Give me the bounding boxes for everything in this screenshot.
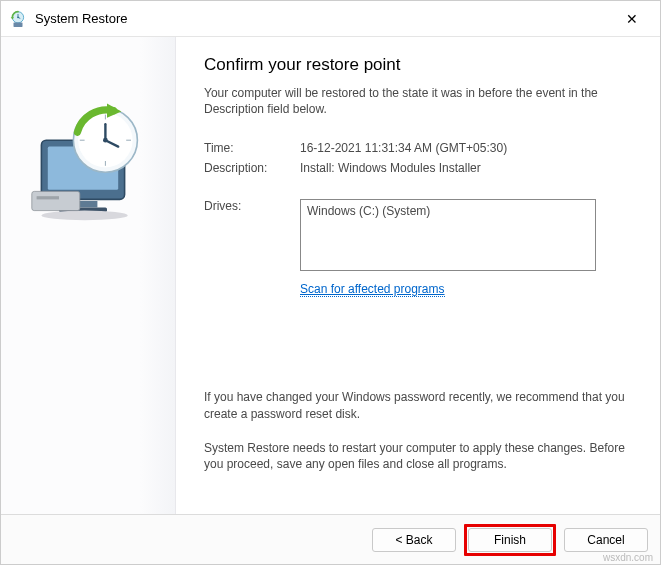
drive-entry: Windows (C:) (System) (307, 204, 589, 218)
description-value: Install: Windows Modules Installer (300, 161, 632, 175)
close-button[interactable]: ✕ (612, 1, 652, 36)
scan-affected-programs-link[interactable]: Scan for affected programs (300, 282, 445, 297)
cancel-button[interactable]: Cancel (564, 528, 648, 552)
system-restore-dialog: System Restore ✕ (0, 0, 661, 565)
window-title: System Restore (35, 11, 612, 26)
restore-illustration-icon (27, 211, 155, 228)
wizard-sidebar (1, 37, 176, 514)
restart-note: System Restore needs to restart your com… (204, 440, 632, 472)
back-button[interactable]: < Back (372, 528, 456, 552)
svg-point-10 (41, 211, 127, 221)
time-value: 16-12-2021 11:31:34 AM (GMT+05:30) (300, 141, 632, 155)
description-label: Description: (204, 161, 300, 175)
svg-rect-12 (37, 196, 59, 199)
page-subtitle: Your computer will be restored to the st… (204, 85, 632, 117)
wizard-content: Confirm your restore point Your computer… (176, 37, 660, 514)
time-label: Time: (204, 141, 300, 155)
system-restore-icon (9, 10, 27, 28)
password-note: If you have changed your Windows passwor… (204, 389, 632, 421)
close-icon: ✕ (626, 11, 638, 27)
svg-rect-11 (32, 191, 80, 210)
svg-rect-5 (14, 22, 23, 27)
page-heading: Confirm your restore point (204, 55, 632, 75)
wizard-footer: < Back Finish Cancel (1, 514, 660, 564)
title-bar: System Restore ✕ (1, 1, 660, 37)
drives-list: Windows (C:) (System) (300, 199, 596, 271)
svg-point-21 (103, 138, 108, 143)
finish-button[interactable]: Finish (468, 528, 552, 552)
drives-label: Drives: (204, 199, 300, 271)
finish-highlight: Finish (464, 524, 556, 556)
